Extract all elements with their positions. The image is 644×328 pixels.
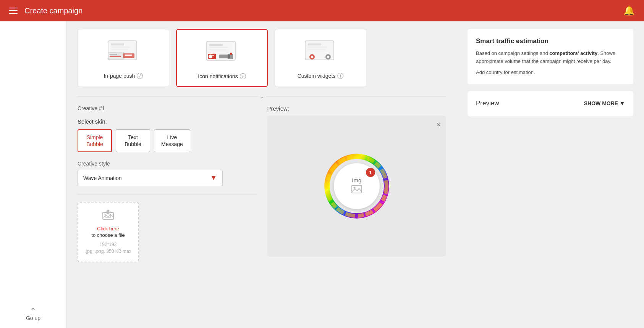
notification-bell-icon[interactable]: 🔔: [623, 5, 635, 16]
main-content: In-page push i: [67, 21, 457, 328]
go-up-button[interactable]: ⌃ Go up: [26, 307, 40, 321]
preview-label: Preview:: [267, 105, 447, 112]
file-upload-box[interactable]: Click here to choose a file 192*192 .jpg…: [78, 202, 139, 262]
svg-rect-10: [209, 44, 223, 46]
file-specs: 192*192 .jpg, .png, 350 KB max: [85, 241, 131, 255]
preview-panel-label: Preview: [476, 100, 499, 107]
svg-rect-22: [308, 49, 325, 50]
traffic-card-note: Add country for estimation.: [476, 69, 625, 75]
notif-card-icon-notifications[interactable]: Icon notifications i: [176, 29, 268, 87]
icon-notifications-label: Icon notifications i: [198, 73, 246, 79]
svg-point-34: [353, 187, 355, 188]
topbar-left: Create campaign: [9, 6, 83, 15]
go-up-label: Go up: [26, 315, 40, 321]
traffic-card-text: Based on campaign settings and competito…: [476, 50, 625, 66]
svg-rect-21: [308, 47, 327, 48]
sidebar: ⌃ Go up: [0, 21, 67, 328]
notification-badge: 1: [366, 168, 375, 177]
chevron-up-icon: ⌃: [30, 307, 36, 314]
svg-point-26: [327, 56, 329, 58]
creative-left: Creative #1 Select skin: Simple Bubble T…: [78, 105, 257, 262]
svg-rect-1: [111, 43, 124, 45]
creative-number: Creative #1: [78, 105, 257, 111]
choose-file-text: to choose a file: [91, 232, 125, 238]
show-more-button[interactable]: SHOW MORE ▼: [584, 100, 625, 106]
skin-simple-bubble[interactable]: Simple Bubble: [78, 129, 112, 152]
preview-inner-circle: 1 Img: [334, 163, 380, 209]
icon-notifications-info-icon[interactable]: i: [240, 73, 246, 79]
main-layout: ⌃ Go up: [0, 21, 644, 328]
svg-rect-6: [110, 56, 121, 57]
svg-rect-12: [209, 49, 227, 50]
hamburger-menu[interactable]: [9, 8, 18, 14]
preview-close-icon[interactable]: ×: [437, 121, 441, 129]
svg-rect-3: [111, 49, 128, 50]
in-page-push-label: In-page push i: [104, 73, 143, 79]
click-here-text[interactable]: Click here: [97, 226, 119, 232]
chevron-down-icon: ▼: [620, 100, 625, 106]
page-title: Create campaign: [24, 6, 83, 15]
dropdown-arrow-icon: ▼: [210, 174, 217, 182]
icon-notifications-icon: [199, 37, 245, 68]
svg-point-24: [311, 56, 313, 58]
section-divider: [78, 195, 257, 195]
svg-rect-5: [110, 54, 117, 55]
wave-animation-circle: 1 Img: [324, 154, 389, 219]
svg-point-14: [209, 55, 212, 58]
in-page-push-info-icon[interactable]: i: [137, 73, 143, 79]
svg-point-18: [230, 53, 232, 55]
notif-card-in-page-push[interactable]: In-page push i: [78, 29, 169, 87]
svg-rect-20: [308, 43, 321, 45]
traffic-estimation-card: Smart traffic estimation Based on campai…: [468, 29, 633, 84]
topbar: Create campaign 🔔: [0, 0, 644, 21]
preview-panel-card: Preview SHOW MORE ▼: [468, 91, 633, 116]
img-label: Img: [352, 177, 361, 183]
svg-point-15: [212, 53, 214, 56]
custom-widgets-info-icon[interactable]: i: [337, 73, 343, 79]
skin-text-bubble[interactable]: Text Bubble: [116, 129, 150, 152]
preview-panel-row: Preview SHOW MORE ▼: [476, 100, 625, 107]
upload-icon: [102, 209, 114, 223]
image-placeholder-icon: [351, 185, 362, 196]
custom-widgets-icon: [298, 37, 343, 68]
creative-section: Creative #1 Select skin: Simple Bubble T…: [78, 105, 446, 262]
preview-box: ×: [267, 116, 447, 257]
svg-rect-4: [108, 52, 124, 59]
right-panel: Smart traffic estimation Based on campai…: [457, 21, 644, 328]
svg-rect-8: [125, 55, 132, 56]
style-section: Creative style Wave Animation ▼: [78, 161, 257, 186]
preview-area: Preview: ×: [267, 105, 447, 262]
creative-style-label: Creative style: [78, 161, 257, 167]
traffic-card-title: Smart traffic estimation: [476, 37, 625, 45]
in-page-push-icon: [100, 37, 146, 68]
custom-widgets-label: Custom widgets i: [298, 73, 344, 79]
skin-label: Select skin:: [78, 118, 257, 125]
svg-rect-11: [209, 47, 228, 48]
style-value: Wave Animation: [83, 175, 122, 181]
skin-live-message[interactable]: Live Message: [154, 129, 190, 152]
skin-buttons: Simple Bubble Text Bubble Live Message: [78, 129, 257, 152]
notification-type-cards: In-page push i: [78, 29, 446, 87]
svg-rect-33: [352, 185, 362, 193]
notif-card-custom-widgets[interactable]: Custom widgets i: [275, 29, 366, 87]
creative-style-dropdown[interactable]: Wave Animation ▼: [78, 170, 223, 186]
svg-rect-2: [111, 47, 130, 48]
